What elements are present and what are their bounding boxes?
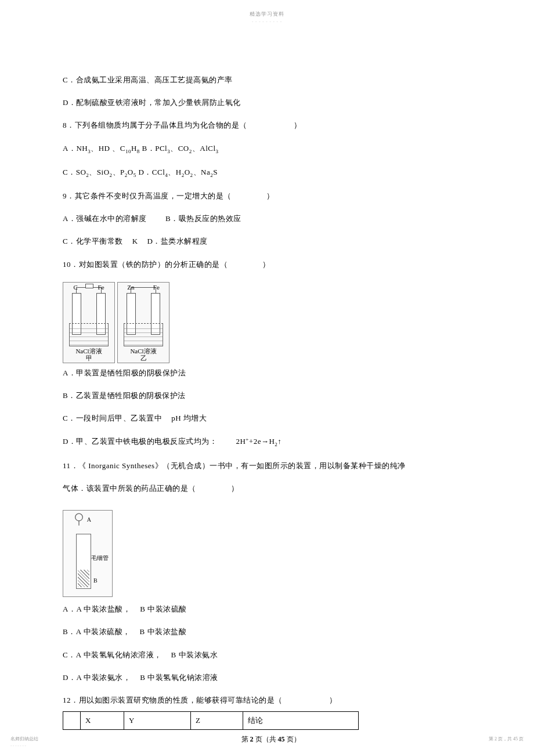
q11-stem-mid: 气体．该装置中所装的药品正确的是（ xyxy=(63,484,196,493)
q12-paren: ） xyxy=(329,696,337,704)
page-content: C．合成氨工业采用高温、高压工艺提高氨的产率 D．配制硫酸亚铁溶液时，常加入少量… xyxy=(63,75,479,744)
table-row: X Y Z 结论 xyxy=(63,712,359,730)
q12-stem-text: 12．用以如图示装置研究物质的性质，能够获得可靠结论的是（ xyxy=(63,696,283,704)
app-fill xyxy=(78,570,89,587)
funnel-icon xyxy=(74,513,84,526)
q9-d: D．盐类水解程度 xyxy=(147,237,208,245)
sub-10: 10 xyxy=(125,148,131,154)
beaker2-e1: Zn xyxy=(127,284,134,291)
q11-c2: B 中装浓氨水 xyxy=(171,650,218,659)
page-mid: 页（共 xyxy=(254,735,278,743)
footer-left: 名师归纳总结 xyxy=(10,736,38,742)
q8-paren: ） xyxy=(294,121,302,129)
q10-option-d: D．甲、乙装置中铁电极的电极反应式均为：2H++2e→H2↑ xyxy=(63,436,479,448)
q8-a-pre: A．NH xyxy=(63,144,88,153)
cell-conclusion: 结论 xyxy=(243,712,359,730)
beaker1-liq-label: NaCl溶液 xyxy=(75,348,102,355)
q8-nas: 、Na xyxy=(193,168,211,176)
q10-option-a: A．甲装置是牺牲阳极的阴极保护法 xyxy=(63,368,479,378)
cell-x: X xyxy=(81,712,124,730)
q10-diagram: C Fe NaCl溶液 甲 Zn Fe xyxy=(63,282,479,363)
cell-y: Y xyxy=(124,712,191,730)
q8-po: 、P xyxy=(113,168,125,176)
q7-option-c: C．合成氨工业采用高温、高压工艺提高氨的产率 xyxy=(63,75,479,85)
svg-point-0 xyxy=(75,513,83,521)
q8-a-mid1: 、HD 、C xyxy=(91,144,125,153)
header-watermark: 精选学习资料 xyxy=(0,0,534,18)
q8-sio: 、SiO xyxy=(89,168,109,176)
q8-stem-text: 8．下列各组物质均属于分子晶体且均为化合物的是（ xyxy=(63,121,247,129)
header-dashes: - - - - - - - - - xyxy=(0,18,534,24)
q8-s: S xyxy=(213,168,218,176)
q9-paren: ） xyxy=(266,191,275,200)
q10-stem-text: 10．对如图装置（铁的防护）的分析正确的是（ xyxy=(63,260,228,269)
q9-options-cd: C．化学平衡常数KD．盐类水解程度 xyxy=(63,236,479,247)
q10-option-c: C．一段时间后甲、乙装置中pH 均增大 xyxy=(63,413,479,424)
q9-k: K xyxy=(132,237,138,245)
q11-stem-line2: 气体．该装置中所装的药品正确的是（） xyxy=(63,483,479,494)
q11-stem-line1: 11．《 Inorganic Syntheses》（无机合成）一书中，有一如图所… xyxy=(63,461,479,471)
q11-apparatus: A 毛细管 B xyxy=(63,510,113,597)
q9-b: B．吸热反应的热效应 xyxy=(165,214,241,223)
q8-stem: 8．下列各组物质均属于分子晶体且均为化合物的是（） xyxy=(63,120,479,131)
q12-stem: 12．用以如图示装置研究物质的性质，能够获得可靠结论的是（） xyxy=(63,695,479,706)
q8-a-h: H xyxy=(131,144,137,153)
liquid-lines-2 xyxy=(124,325,163,347)
q11-b1: B．A 中装浓硫酸， xyxy=(63,627,131,636)
q9-stem-text: 9．其它条件不变时仅升高温度，一定增大的是（ xyxy=(63,191,232,200)
beaker1-labels: C Fe xyxy=(63,284,114,291)
q11-option-d: D．A 中装浓氨水，B 中装氢氧化钠浓溶液 xyxy=(63,672,479,683)
q10-c-pre: C．一段时间后甲、乙装置中 xyxy=(63,414,162,422)
beaker-2: Zn Fe NaCl溶液 乙 xyxy=(117,282,169,363)
liquid-lines-1 xyxy=(70,325,108,347)
cell-z: Z xyxy=(191,712,243,730)
q8-b: B．PCl xyxy=(140,144,167,153)
beaker2-liquid xyxy=(124,323,163,346)
footer-left-sub: - - - - - - - xyxy=(10,743,26,748)
q10-d-eq1: 2H xyxy=(236,437,246,446)
q11-paren: ） xyxy=(231,484,239,493)
beaker1-name: 甲 xyxy=(86,355,92,361)
beaker1-liquid xyxy=(69,323,109,346)
beaker-1: C Fe NaCl溶液 甲 xyxy=(63,282,115,363)
q7-option-d: D．配制硫酸亚铁溶液时，常加入少量铁屑防止氧化 xyxy=(63,97,479,108)
app-tube xyxy=(76,534,91,589)
page-total: 45 xyxy=(278,735,285,743)
q8-c-pre: C．SO xyxy=(63,168,86,176)
q9-options-ab: A．强碱在水中的溶解度B．吸热反应的热效应 xyxy=(63,214,479,224)
q10-paren: ） xyxy=(262,260,270,269)
page-pre: 第 xyxy=(241,735,250,743)
footer-right: 第 2 页，共 45 页 xyxy=(489,736,524,742)
q8-d: D．CCl xyxy=(136,168,165,176)
app-label-a: A xyxy=(87,516,91,523)
beaker1-e1: C xyxy=(73,284,77,291)
q11-d1: D．A 中装浓氨水， xyxy=(63,673,131,682)
app-label-b: B xyxy=(93,577,98,584)
q11-a2: B 中装浓硫酸 xyxy=(140,605,186,613)
beaker2-e2: Fe xyxy=(153,284,160,291)
q8-co: 、CO xyxy=(170,144,189,153)
cell-empty xyxy=(63,712,81,730)
q8-o2: O xyxy=(185,168,190,176)
q10-d-eq2: +2e→H xyxy=(249,437,275,446)
q11-option-a: A．A 中装浓盐酸，B 中装浓硫酸 xyxy=(63,604,479,614)
beaker2-liq-label: NaCl溶液 xyxy=(130,348,156,355)
q9-stem: 9．其它条件不变时仅升高温度，一定增大的是（） xyxy=(63,191,479,201)
q11-option-b: B．A 中装浓硫酸，B 中装浓盐酸 xyxy=(63,627,479,637)
page-number: 第 2 页（共 45 页） xyxy=(63,735,479,744)
sub-3c: 3 xyxy=(216,148,219,154)
q9-c: C．化学平衡常数 xyxy=(63,237,123,245)
beaker2-name: 乙 xyxy=(140,355,147,361)
q8-o: O xyxy=(128,168,134,176)
q8-alcl: 、AlCl xyxy=(192,144,216,153)
q12-table: X Y Z 结论 xyxy=(63,711,359,730)
q11-b2: B 中装浓盐酸 xyxy=(140,627,186,636)
beaker1-bottom: NaCl溶液 甲 xyxy=(63,348,114,361)
app-label-capillary: 毛细管 xyxy=(91,554,109,562)
q10-stem: 10．对如图装置（铁的防护）的分析正确的是（） xyxy=(63,259,479,270)
q11-d2: B 中装氢氧化钠浓溶液 xyxy=(140,673,218,682)
q8-options-ab: A．NH3、HD 、C10H8 B．PCl3、CO2、AlCl3 xyxy=(63,143,479,155)
q11-c1: C．A 中装氢氧化钠浓溶液， xyxy=(63,650,162,659)
q11-a1: A．A 中装浓盐酸， xyxy=(63,605,131,613)
q11-option-c: C．A 中装氢氧化钠浓溶液，B 中装浓氨水 xyxy=(63,650,479,660)
